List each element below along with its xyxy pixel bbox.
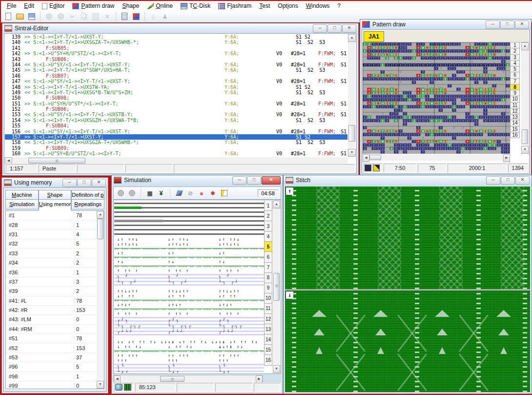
pattern-row-9[interactable]: 9 <box>510 90 520 96</box>
minimize-button[interactable]: ─ <box>313 24 327 33</box>
pattern-row-1[interactable]: 1 <box>510 42 520 48</box>
memory-row[interactable]: #990 <box>6 381 97 389</box>
tab-shape[interactable]: Shape <box>39 190 72 200</box>
stitch-titlebar[interactable]: Stitch ─ □ ✕ <box>284 175 532 185</box>
menu-item-tc-disk[interactable]: TC-Disk <box>177 2 214 10</box>
memory-row[interactable]: #41: #L78 <box>6 296 97 306</box>
tab-using-memory[interactable]: Using memory <box>39 199 72 211</box>
memory-row[interactable]: #332 <box>6 249 97 258</box>
minimize-button[interactable]: ─ <box>62 179 77 187</box>
memory-row[interactable]: #342 <box>6 258 97 268</box>
code-line-148[interactable]: 148>>S:<1-><I>Y-T/<1->UXSTW-YA;Y:6A;S1 S… <box>5 84 348 90</box>
needle-grid-icon[interactable]: ▦ <box>145 189 154 198</box>
maximize-button[interactable]: □ <box>327 24 342 33</box>
simulation-row-3[interactable]: 3 <box>264 221 272 231</box>
scroll-down-arrow[interactable]: ▼ <box>97 381 104 389</box>
close-button[interactable]: ✕ <box>515 21 529 29</box>
memory-vertical-scrollbar[interactable]: ▲ ▼ <box>97 211 104 389</box>
close-button[interactable]: ✕ <box>92 179 106 187</box>
memory-row[interactable]: #965 <box>6 362 97 372</box>
simulation-row-16[interactable]: 16 <box>264 355 272 365</box>
simulation-horizontal-scrollbar[interactable]: ◀ ☰ ▶ <box>113 375 263 383</box>
memory-row[interactable]: #373 <box>6 277 97 287</box>
pattern-row-16[interactable]: 16 <box>510 132 520 138</box>
save-icon[interactable] <box>26 12 37 21</box>
pattern-row-4[interactable]: 4 <box>510 61 520 66</box>
scroll-up-arrow[interactable]: ▲ <box>273 201 280 208</box>
minimize-button[interactable]: ─ <box>232 176 246 185</box>
half-square-icon[interactable] <box>220 189 228 198</box>
menu-item-windows[interactable]: Windows <box>302 2 334 10</box>
pattern-horizontal-scrollbar[interactable]: ◀ ▶ <box>363 154 510 161</box>
memory-row[interactable]: #44: #RM0 <box>6 325 97 334</box>
simulation-row-2[interactable]: 2 <box>264 211 272 221</box>
scroll-thumb[interactable]: ☰ <box>160 376 184 382</box>
tab-definiton-of-pattern[interactable]: Definiton of pattern <box>71 190 104 200</box>
sintral-editor-titlebar[interactable]: Sintral-Editor ─ □ ✕ <box>2 23 358 33</box>
maximize-button[interactable]: □ <box>501 176 515 185</box>
menu-item-flashram[interactable]: Flashram <box>214 2 255 10</box>
maximize-button[interactable]: □ <box>77 179 91 187</box>
memory-row[interactable]: #325 <box>6 239 97 249</box>
scroll-thumb[interactable]: ☰ <box>28 158 85 164</box>
memory-row[interactable]: #5178 <box>6 334 97 343</box>
tab-repeatings[interactable]: Repeatings <box>71 199 104 209</box>
simulation-row-4[interactable]: 4 <box>264 231 272 242</box>
simulation-row-11[interactable]: 11 <box>264 304 272 314</box>
pattern-grid[interactable] <box>363 42 510 154</box>
pattern-row-12[interactable]: 12 <box>510 108 520 114</box>
simulation-row-6[interactable]: 6 <box>264 252 272 262</box>
scroll-thumb[interactable] <box>348 125 355 142</box>
simulation-row-1[interactable]: 1 <box>264 201 272 211</box>
scroll-thumb[interactable] <box>522 129 528 144</box>
code-line-152[interactable]: 152F:SUB06; <box>5 106 348 112</box>
start-icon[interactable] <box>127 189 136 198</box>
simulation-row-10[interactable]: 10 <box>264 293 272 304</box>
code-line-153[interactable]: 153<<S:<1->U^SY/<1-><I>Y-T/<1->UXSTB-Y;Y… <box>5 112 348 117</box>
memory-row[interactable]: #314 <box>6 230 97 239</box>
pattern-row-13[interactable]: 13 <box>510 114 520 120</box>
memory-row[interactable]: #361 <box>6 268 97 277</box>
code-line-143[interactable]: 143F:SUB06; <box>5 57 348 62</box>
pattern-row-6[interactable]: 6 <box>510 72 520 78</box>
menu-item-file[interactable]: File <box>3 2 20 10</box>
menu-item-options[interactable]: Options <box>274 2 302 10</box>
scroll-up-arrow[interactable]: ▲ <box>348 34 356 42</box>
simulation-row-15[interactable]: 15 <box>264 345 272 355</box>
stitch-view-back[interactable]: ↓ <box>285 291 530 392</box>
pattern-draw-titlebar[interactable]: Pattern draw ─ □ ✕ <box>360 20 531 29</box>
code-line-146[interactable]: 146F:SUB07; <box>5 73 348 79</box>
simulation-row-8[interactable]: 8 <box>264 273 272 283</box>
pattern-row-2[interactable]: 2 <box>510 48 520 54</box>
simulation-titlebar[interactable]: Simulation ─ □ ✕ <box>112 175 283 185</box>
code-line-156[interactable]: 156<<S:<1->U^SY/<1-><I>Y-T/<1->UXST-Y;Y:… <box>5 129 348 134</box>
simulation-row-13[interactable]: 13 <box>264 324 272 334</box>
editor-horizontal-scrollbar[interactable]: ◀ ☰ <box>5 157 348 164</box>
pattern-row-7[interactable]: 7 <box>510 79 520 84</box>
simulation-row-7[interactable]: 7 <box>264 263 272 273</box>
scroll-right-arrow[interactable]: ▶ <box>503 154 510 162</box>
memory-row[interactable]: #178 <box>6 211 97 220</box>
scroll-left-arrow[interactable]: ◀ <box>363 154 369 162</box>
stop-icon[interactable] <box>116 189 125 198</box>
pattern-row-11[interactable]: 11 <box>510 103 520 108</box>
menu-item-shape[interactable]: Shape <box>118 2 143 10</box>
code-line-145[interactable]: 145>>S:<1-><I>Y-T/<1+>U^SGW*/UXS+HA-T;Y:… <box>5 67 348 73</box>
simulation-vertical-scrollbar[interactable]: ▲ ☰ ▼ <box>273 201 280 373</box>
pattern-row-5[interactable]: 5 <box>510 66 520 72</box>
menu-item-pattern-draw[interactable]: Pattern draw <box>68 2 118 10</box>
simulation-view[interactable]: ↓↑ ↑↑↓↓↑ ↑↑↓↓↑ ↑↑↓↓↑↑↓↑↓↓↑↑↓↑↓↓↑↑↓↑↓oo o… <box>114 201 264 373</box>
code-line-155[interactable]: 155F:SUB04; <box>5 123 348 128</box>
scroll-thumb[interactable]: ☰ <box>273 273 280 301</box>
pattern-row-14[interactable]: 14 <box>510 120 520 126</box>
simulation-row-12[interactable]: 12 <box>264 314 272 324</box>
code-line-150[interactable]: 150F:SUB08; <box>5 95 348 101</box>
editor-vertical-scrollbar[interactable]: ▲ ▼ <box>348 34 356 157</box>
scroll-up-arrow[interactable]: ▲ <box>521 42 529 50</box>
memory-row[interactable]: #392 <box>6 287 97 296</box>
needle-bed-icon[interactable]: ¥ <box>157 189 165 198</box>
code-area[interactable]: 139>>S:<1-><I>Y-T/<1->UXST-Y;Y:6A;S1 S21… <box>5 34 348 157</box>
scroll-up-arrow[interactable]: ▲ <box>97 211 104 219</box>
scroll-thumb[interactable] <box>369 155 381 160</box>
tab-machine[interactable]: Machine <box>5 190 39 200</box>
